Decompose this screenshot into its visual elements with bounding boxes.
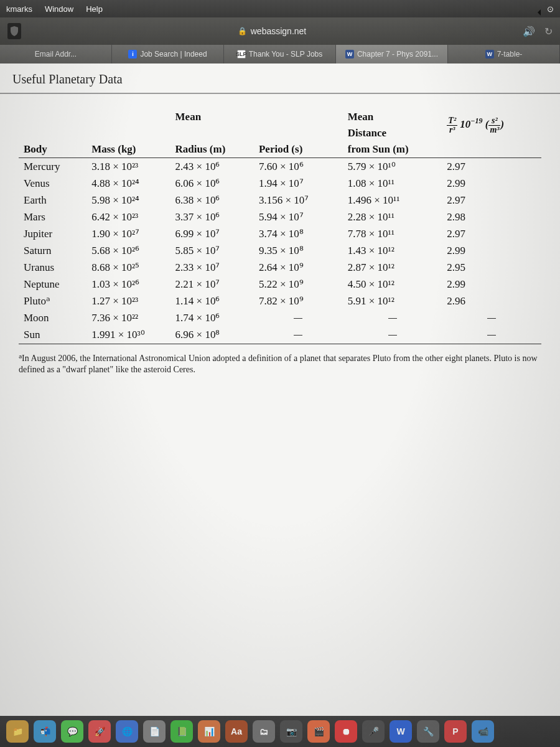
cell-ratio: 2.99	[442, 242, 541, 259]
dock-app-icon[interactable]: ⏺	[335, 720, 357, 743]
cell-body: Venus	[19, 175, 86, 192]
header-mass: Mass (kg)	[86, 141, 170, 158]
dock-app-icon[interactable]: 📊	[198, 720, 220, 743]
tab-label: Job Search | Indeed	[140, 50, 207, 59]
cell-period: 5.22 × 10⁹	[254, 276, 343, 293]
menu-status-icons: ⊙	[538, 4, 554, 14]
dock-app-icon[interactable]: Aa	[225, 720, 248, 743]
address-bar[interactable]: 🔒 webassign.net	[27, 26, 516, 36]
menu-item-window[interactable]: Window	[45, 4, 73, 14]
menu-item-bookmarks[interactable]: kmarks	[6, 4, 32, 14]
dock-app-icon[interactable]: 📗	[170, 720, 193, 743]
header-body: Body	[19, 141, 86, 158]
cell-radius: 3.37 × 10⁶	[170, 209, 254, 225]
header-distance: from Sun (m)	[343, 141, 442, 158]
cell-radius: 2.21 × 10⁷	[170, 276, 254, 293]
lock-icon: 🔒	[238, 27, 247, 35]
cell-ratio: 2.99	[442, 276, 541, 293]
cell-distance: 5.91 × 10¹²	[343, 293, 442, 309]
cell-body: Mars	[19, 209, 86, 225]
cell-mass: 1.27 × 10²³	[86, 293, 170, 309]
tab-label: Email Addr...	[35, 50, 77, 59]
dock-app-icon[interactable]: 🎤	[362, 720, 385, 743]
cell-mass: 8.68 × 10²⁵	[86, 259, 170, 276]
table-row: Uranus8.68 × 10²⁵2.33 × 10⁷2.64 × 10⁹2.8…	[19, 259, 541, 276]
tab-label: 7-table-	[497, 50, 523, 59]
tab-slp[interactable]: SLP Thank You - SLP Jobs	[224, 45, 336, 63]
cell-radius: 2.33 × 10⁷	[170, 259, 254, 276]
reader-icon[interactable]: 🔊	[523, 26, 535, 37]
cell-period: 3.156 × 10⁷	[254, 192, 343, 209]
dock-app-icon[interactable]: 📷	[280, 720, 302, 743]
table-row: Plutoᵃ1.27 × 10²³1.14 × 10⁶7.82 × 10⁹5.9…	[19, 293, 541, 309]
tab-phys2091[interactable]: W Chapter 7 - Phys 2091...	[336, 45, 448, 63]
reload-icon[interactable]: ↻	[544, 26, 553, 37]
table-body: Mercury3.18 × 10²³2.43 × 10⁶7.60 × 10⁶5.…	[19, 158, 541, 344]
cell-body: Plutoᵃ	[19, 293, 86, 309]
url-text: webassign.net	[251, 26, 307, 36]
cell-body: Sun	[19, 326, 86, 344]
cell-mass: 4.88 × 10²⁴	[86, 175, 170, 192]
dock-app-icon[interactable]: 🔧	[417, 720, 439, 743]
table-row: Jupiter1.90 × 10²⁷6.99 × 10⁷3.74 × 10⁸7.…	[19, 225, 541, 242]
cell-period: 3.74 × 10⁸	[254, 225, 343, 242]
cell-radius: 6.96 × 10⁸	[170, 326, 254, 344]
dock-app-icon[interactable]: 🚀	[88, 720, 111, 743]
cell-ratio: 2.97	[442, 158, 541, 176]
cell-mass: 5.98 × 10²⁴	[86, 192, 170, 209]
cell-distance: 2.28 × 10¹¹	[343, 209, 442, 225]
header-mean-dist-top: Mean	[343, 109, 442, 125]
header-distance-mid: Distance	[343, 125, 442, 141]
dock-app-icon[interactable]: 🎬	[307, 720, 330, 743]
table-footnote: ᵃIn August 2006, the International Astro…	[0, 349, 560, 379]
webassign-favicon: W	[345, 50, 354, 59]
privacy-shield-icon[interactable]	[7, 23, 21, 39]
cell-mass: 6.42 × 10²³	[86, 209, 170, 225]
cell-ratio: 2.98	[442, 209, 541, 225]
toolbar-right: 🔊 ↻	[523, 26, 553, 37]
cell-radius: 1.14 × 10⁶	[170, 293, 254, 309]
dock-app-icon[interactable]: P	[444, 720, 467, 743]
dock-app-icon[interactable]: 📬	[34, 720, 56, 743]
cell-distance: 1.496 × 10¹¹	[343, 192, 442, 209]
table-row: Sun1.991 × 10³⁰6.96 × 10⁸	[19, 326, 541, 344]
table-row: Venus4.88 × 10²⁴6.06 × 10⁶1.94 × 10⁷1.08…	[19, 175, 541, 192]
tab-indeed[interactable]: i Job Search | Indeed	[112, 45, 224, 63]
menu-bar: kmarks Window Help ⊙	[0, 0, 560, 17]
dock-app-icon[interactable]: 🗂	[253, 720, 275, 743]
menu-item-help[interactable]: Help	[86, 4, 103, 14]
cell-ratio: 2.99	[442, 175, 541, 192]
cell-radius: 6.99 × 10⁷	[170, 225, 254, 242]
cell-distance: 7.78 × 10¹¹	[343, 225, 442, 242]
cell-body: Moon	[19, 309, 86, 326]
cell-period: 7.82 × 10⁹	[254, 293, 343, 309]
dock-app-icon[interactable]: 📹	[472, 720, 494, 743]
tab-email[interactable]: Email Addr...	[0, 45, 112, 63]
dock-app-icon[interactable]: 📄	[143, 720, 166, 743]
cell-distance: 2.87 × 10¹²	[343, 259, 442, 276]
table-row: Saturn5.68 × 10²⁶5.85 × 10⁷9.35 × 10⁸1.4…	[19, 242, 541, 259]
cell-body: Neptune	[19, 276, 86, 293]
tab-label: Chapter 7 - Phys 2091...	[357, 50, 438, 59]
wifi-icon[interactable]: ⊙	[547, 4, 554, 14]
header-ratio: T²r³ 10−19 (s²m³)	[442, 109, 541, 141]
table-row: Earth5.98 × 10²⁴6.38 × 10⁶3.156 × 10⁷1.4…	[19, 192, 541, 209]
indeed-favicon: i	[128, 50, 137, 59]
page-title: Useful Planetary Data	[0, 63, 560, 94]
dock-app-icon[interactable]: 🌐	[116, 720, 138, 743]
table-row: Neptune1.03 × 10²⁶2.21 × 10⁷5.22 × 10⁹4.…	[19, 276, 541, 293]
cell-radius: 5.85 × 10⁷	[170, 242, 254, 259]
cell-body: Uranus	[19, 259, 86, 276]
dock-app-icon[interactable]: 📁	[6, 720, 29, 743]
tab-label: Thank You - SLP Jobs	[249, 50, 323, 59]
cell-mass: 7.36 × 10²²	[86, 309, 170, 326]
cell-mass: 1.991 × 10³⁰	[86, 326, 170, 344]
slp-favicon: SLP	[237, 50, 246, 59]
dock-app-icon[interactable]: W	[390, 720, 412, 743]
tab-7table[interactable]: W 7-table-	[448, 45, 560, 63]
header-mean-radius-top: Mean	[170, 109, 254, 125]
dock-app-icon[interactable]: 💬	[61, 720, 83, 743]
cell-distance: 4.50 × 10¹²	[343, 276, 442, 293]
cell-radius: 6.38 × 10⁶	[170, 192, 254, 209]
cell-radius: 2.43 × 10⁶	[170, 158, 254, 176]
